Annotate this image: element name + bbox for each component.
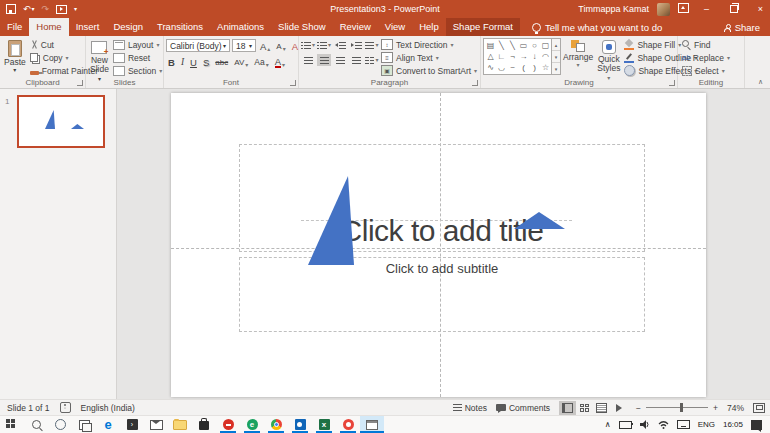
start-from-beginning-button[interactable] (56, 5, 67, 14)
shape-gallery-scrollbar[interactable]: ▴ ▾ ▾ (552, 38, 561, 75)
tab-review[interactable]: Review (333, 18, 378, 36)
excel-button[interactable]: x (312, 416, 336, 433)
text-direction-button[interactable]: ↕Text Direction▾ (379, 38, 479, 51)
tab-shape-format[interactable]: Shape Format (446, 18, 520, 36)
reset-button[interactable]: Reset (111, 51, 164, 64)
gallery-scroll-up-icon[interactable]: ▴ (552, 39, 560, 50)
title-placeholder[interactable]: Click to add title (239, 144, 645, 252)
align-text-button[interactable]: ≡Align Text▾ (379, 51, 479, 64)
increase-indent-button[interactable] (349, 39, 363, 51)
tab-view[interactable]: View (378, 18, 412, 36)
paste-button[interactable]: Paste ▾ (2, 38, 28, 74)
notes-button[interactable]: Notes (453, 403, 487, 413)
curve-shape-icon[interactable]: ◡ (496, 62, 507, 73)
font-color-button[interactable]: A▾ (273, 55, 287, 68)
tab-home[interactable]: Home (29, 18, 68, 36)
tell-me-box[interactable]: Tell me what you want to do (532, 18, 662, 36)
redo-button[interactable]: ↷ (42, 4, 50, 14)
powerpoint-taskbar-button[interactable] (360, 416, 384, 433)
speaker-icon[interactable] (640, 420, 650, 429)
ribbon-display-options-button[interactable] (678, 3, 689, 15)
grow-font-button[interactable]: A▴ (258, 39, 272, 52)
bold-button[interactable]: B (166, 55, 177, 68)
convert-smartart-button[interactable]: ▣Convert to SmartArt▾ (379, 64, 479, 77)
italic-button[interactable]: I (179, 55, 186, 68)
justify-button[interactable] (349, 54, 363, 66)
console-app-button[interactable]: › (120, 416, 144, 433)
gallery-scroll-down-icon[interactable]: ▾ (552, 50, 560, 62)
slide-canvas[interactable]: Click to add title Click to add subtitle (171, 93, 706, 397)
fit-to-window-icon[interactable] (753, 403, 765, 413)
replace-button[interactable]: abReplace▾ (680, 51, 732, 64)
font-dialog-launcher[interactable] (290, 80, 296, 86)
store-button[interactable] (192, 416, 216, 433)
slide-sorter-view-button[interactable] (576, 401, 593, 415)
shape-gallery[interactable]: ▤ ╲ ╲ ▭ ○ ▢ △ ∟ ¬ → ↓ ◠ ∿ ◡ ~ ( ) (483, 38, 552, 75)
down-arrow-shape-icon[interactable]: ↓ (529, 51, 540, 62)
elbow-connector-shape-icon[interactable]: ∟ (496, 51, 507, 62)
right-brace-shape-icon[interactable]: ) (529, 62, 540, 73)
left-brace-shape-icon[interactable]: ( (518, 62, 529, 73)
restore-button[interactable] (724, 0, 743, 18)
language-status[interactable]: English (India) (81, 403, 135, 413)
drawing-dialog-launcher[interactable] (669, 80, 675, 86)
align-center-button[interactable] (317, 54, 331, 66)
reading-view-button[interactable] (593, 401, 610, 415)
star-shape-icon[interactable]: ☆ (540, 62, 551, 73)
bullets-button[interactable]: ▾ (301, 39, 315, 51)
select-button[interactable]: Select▾ (680, 64, 732, 77)
font-family-select[interactable]: Calibri (Body)▾ (166, 39, 230, 52)
normal-view-button[interactable] (559, 401, 576, 415)
chrome-button[interactable] (264, 416, 288, 433)
tab-help[interactable]: Help (412, 18, 446, 36)
save-button[interactable] (6, 4, 16, 14)
paragraph-dialog-launcher[interactable] (472, 80, 478, 86)
minimize-button[interactable]: – (697, 0, 716, 18)
tab-insert[interactable]: Insert (69, 18, 107, 36)
customize-qat-button[interactable]: ▾ (74, 6, 77, 12)
decrease-indent-button[interactable] (333, 39, 347, 51)
scribble-shape-icon[interactable]: ~ (507, 62, 518, 73)
right-arrow-shape-icon[interactable]: → (518, 51, 529, 62)
slide-thumbnail[interactable] (17, 95, 105, 148)
gallery-more-icon[interactable]: ▾ (552, 62, 560, 74)
align-right-button[interactable] (333, 54, 347, 66)
rectangle-shape-icon[interactable]: ▭ (518, 40, 529, 51)
running-app-green-button[interactable]: e (240, 416, 264, 433)
language-indicator[interactable]: ENG (698, 420, 715, 429)
zoom-percent[interactable]: 74% (727, 403, 744, 413)
action-center-icon[interactable] (751, 420, 762, 430)
find-button[interactable]: Find (680, 38, 732, 51)
tab-file[interactable]: File (0, 18, 29, 36)
oval-shape-icon[interactable]: ○ (529, 40, 540, 51)
opera-button[interactable] (336, 416, 360, 433)
zoom-in-button[interactable]: + (713, 403, 718, 413)
tab-slide-show[interactable]: Slide Show (271, 18, 333, 36)
wifi-icon[interactable] (658, 421, 669, 429)
subtitle-placeholder[interactable]: Click to add subtitle (239, 257, 645, 332)
tray-chevron-up-icon[interactable]: ∧ (605, 420, 611, 429)
battery-icon[interactable] (619, 421, 632, 429)
accessibility-checker-icon[interactable] (60, 402, 71, 413)
character-spacing-button[interactable]: AV▾ (232, 55, 250, 68)
collapse-ribbon-button[interactable]: ∧ (758, 78, 763, 86)
avatar[interactable] (657, 3, 670, 16)
tab-animations[interactable]: Animations (210, 18, 271, 36)
slide-show-button[interactable] (610, 401, 627, 415)
zoom-slider-thumb[interactable] (680, 403, 683, 412)
triangle-shape-icon[interactable]: △ (485, 51, 496, 62)
rounded-rectangle-shape-icon[interactable]: ▢ (540, 40, 551, 51)
freeform-shape-icon[interactable]: ∿ (485, 62, 496, 73)
close-button[interactable]: × (751, 0, 770, 18)
connector-shape-icon[interactable]: ¬ (507, 51, 518, 62)
start-button[interactable] (0, 416, 24, 433)
line-shape-icon[interactable]: ╲ (496, 40, 507, 51)
undo-button[interactable]: ↶▾ (23, 4, 35, 14)
quick-styles-button[interactable]: Quick Styles ▾ (595, 38, 622, 83)
zoom-out-button[interactable]: − (636, 403, 641, 413)
edge-button[interactable]: e (96, 416, 120, 433)
text-shadow-button[interactable]: S (201, 55, 211, 68)
strikethrough-button[interactable]: abc (213, 55, 230, 68)
zoom-slider[interactable] (646, 407, 708, 408)
arrange-button[interactable]: Arrange ▾ (561, 38, 595, 69)
